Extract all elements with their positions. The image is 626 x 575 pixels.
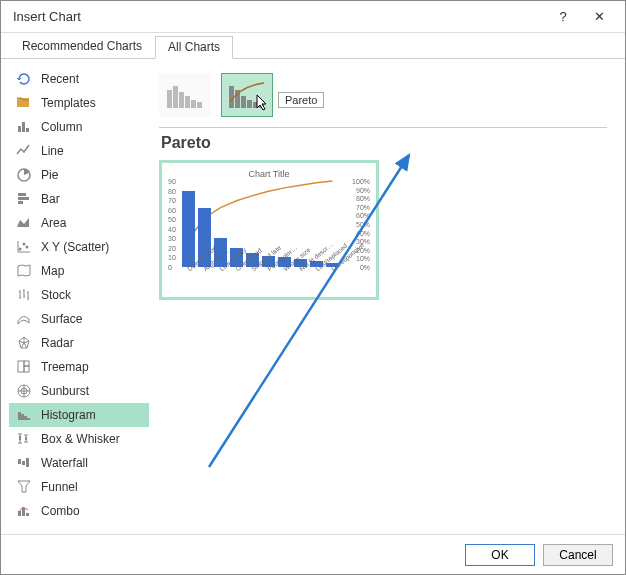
subtype-histogram[interactable] (159, 73, 211, 117)
sidebar-item-stock[interactable]: Stock (9, 283, 149, 307)
preview-x-labels: Doesn't work…Argh fail…Low qualityOverpr… (182, 267, 372, 303)
cursor-icon (256, 94, 270, 112)
sidebar-item-sunburst[interactable]: Sunburst (9, 379, 149, 403)
svg-rect-24 (26, 458, 29, 467)
sidebar-item-label: Surface (41, 312, 82, 326)
svg-rect-2 (22, 122, 25, 132)
sidebar-item-label: Sunburst (41, 384, 89, 398)
svg-rect-27 (26, 513, 29, 516)
sunburst-icon (15, 383, 33, 399)
y-tick: 90 (168, 178, 176, 185)
sidebar-item-label: Column (41, 120, 82, 134)
svg-rect-26 (22, 508, 25, 516)
titlebar: Insert Chart ? ✕ (1, 1, 625, 33)
chart-preview[interactable]: Chart Title 01020304050607080900%10%20%3… (159, 160, 379, 300)
stock-icon (15, 287, 33, 303)
right-tick: 50% (356, 221, 370, 228)
sidebar-item-label: Funnel (41, 480, 78, 494)
sidebar-item-templates[interactable]: Templates (9, 91, 149, 115)
sidebar-item-boxwhisker[interactable]: Box & Whisker (9, 427, 149, 451)
svg-rect-37 (247, 100, 252, 108)
y-tick: 30 (168, 235, 176, 242)
help-button[interactable]: ? (545, 3, 581, 31)
subtype-pareto[interactable]: Pareto (221, 73, 273, 117)
sidebar-item-label: Line (41, 144, 64, 158)
separator (159, 127, 607, 128)
dialog-title: Insert Chart (13, 9, 545, 24)
sidebar-item-histogram[interactable]: Histogram (9, 403, 149, 427)
bar (182, 191, 195, 267)
sidebar-item-area[interactable]: Area (9, 211, 149, 235)
sidebar-item-column[interactable]: Column (9, 115, 149, 139)
treemap-icon (15, 359, 33, 375)
bar-icon (15, 191, 33, 207)
sidebar-item-map[interactable]: Map (9, 259, 149, 283)
subtype-title: Pareto (161, 134, 607, 152)
sidebar-item-label: Bar (41, 192, 60, 206)
svg-rect-1 (18, 126, 21, 132)
sidebar-item-combo[interactable]: Combo (9, 499, 149, 523)
sidebar-item-waterfall[interactable]: Waterfall (9, 451, 149, 475)
svg-point-9 (23, 243, 26, 246)
tab-recommended[interactable]: Recommended Charts (9, 35, 155, 58)
sidebar-item-radar[interactable]: Radar (9, 331, 149, 355)
sidebar-item-label: Combo (41, 504, 80, 518)
insert-chart-dialog: Insert Chart ? ✕ Recommended Charts All … (0, 0, 626, 575)
tab-all-charts[interactable]: All Charts (155, 36, 233, 59)
chart-subtype-panel: Pareto Pareto Chart Title 01020304050607… (149, 67, 617, 526)
dialog-body: RecentTemplatesColumnLinePieBarAreaX Y (… (1, 59, 625, 534)
y-tick: 70 (168, 197, 176, 204)
histogram-icon (15, 407, 33, 423)
svg-rect-17 (21, 414, 24, 420)
right-tick: 40% (356, 229, 370, 236)
svg-rect-22 (18, 459, 21, 464)
svg-rect-21 (25, 437, 27, 440)
svg-rect-20 (19, 436, 21, 440)
sidebar-item-surface[interactable]: Surface (9, 307, 149, 331)
subtype-tooltip: Pareto (278, 92, 324, 108)
ok-button[interactable]: OK (465, 544, 535, 566)
right-tick: 80% (356, 195, 370, 202)
svg-rect-31 (185, 96, 190, 108)
right-tick: 100% (352, 178, 370, 185)
sidebar-item-xy[interactable]: X Y (Scatter) (9, 235, 149, 259)
svg-rect-11 (18, 361, 24, 372)
y-tick: 80 (168, 187, 176, 194)
svg-rect-29 (173, 86, 178, 108)
sidebar-item-line[interactable]: Line (9, 139, 149, 163)
preview-chart-title: Chart Title (166, 169, 372, 179)
sidebar-item-label: Histogram (41, 408, 96, 422)
sidebar-item-pie[interactable]: Pie (9, 163, 149, 187)
surface-icon (15, 311, 33, 327)
y-tick: 20 (168, 244, 176, 251)
map-icon (15, 263, 33, 279)
radar-icon (15, 335, 33, 351)
close-button[interactable]: ✕ (581, 3, 617, 31)
subtype-row: Pareto (159, 73, 607, 117)
column-icon (15, 119, 33, 135)
templates-icon (15, 95, 33, 111)
svg-rect-30 (179, 92, 184, 108)
pie-icon (15, 167, 33, 183)
svg-rect-7 (18, 201, 23, 204)
svg-rect-19 (27, 418, 30, 420)
svg-rect-13 (24, 366, 29, 372)
sidebar-item-funnel[interactable]: Funnel (9, 475, 149, 499)
y-tick: 0 (168, 264, 172, 271)
svg-rect-16 (18, 412, 21, 420)
cancel-button[interactable]: Cancel (543, 544, 613, 566)
dialog-footer: OK Cancel (1, 534, 625, 574)
y-tick: 10 (168, 254, 176, 261)
line-icon (15, 143, 33, 159)
svg-rect-3 (26, 128, 29, 132)
y-tick: 60 (168, 206, 176, 213)
svg-point-8 (19, 248, 22, 251)
svg-rect-5 (18, 193, 26, 196)
chart-type-sidebar: RecentTemplatesColumnLinePieBarAreaX Y (… (9, 67, 149, 526)
sidebar-item-treemap[interactable]: Treemap (9, 355, 149, 379)
sidebar-item-bar[interactable]: Bar (9, 187, 149, 211)
tab-strip: Recommended Charts All Charts (1, 33, 625, 59)
sidebar-item-recent[interactable]: Recent (9, 67, 149, 91)
boxwhisker-icon (15, 431, 33, 447)
histogram-icon (165, 80, 205, 110)
